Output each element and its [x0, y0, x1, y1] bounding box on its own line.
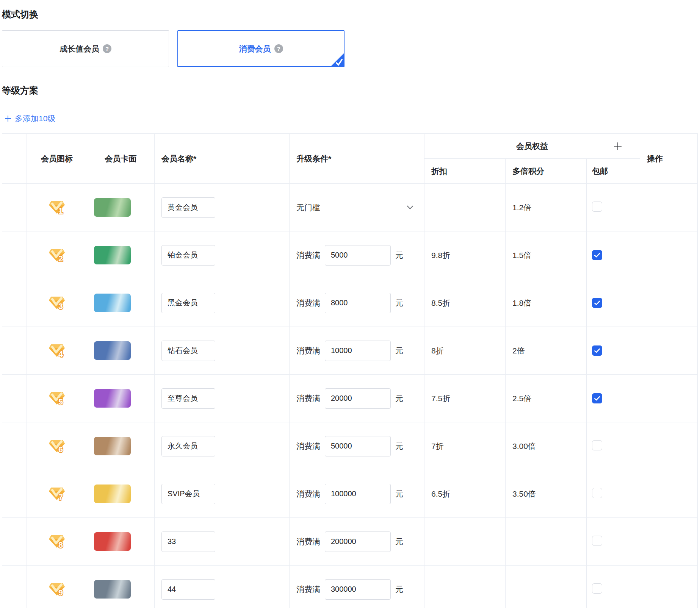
member-name-input[interactable]: [161, 531, 215, 552]
row-empty-cell: [2, 566, 27, 608]
free-shipping-checkbox[interactable]: [592, 345, 602, 356]
member-name-input[interactable]: [161, 197, 215, 218]
actions-cell: [640, 566, 698, 608]
level-gem-icon: 8: [48, 534, 66, 549]
condition-amount-input[interactable]: [325, 293, 391, 313]
member-icon-cell: 2: [27, 231, 87, 279]
member-icon-cell: 6: [27, 422, 87, 470]
free-shipping-checkbox[interactable]: [592, 488, 602, 498]
member-name-input[interactable]: [161, 245, 215, 266]
level-icon-number: 3: [58, 302, 63, 311]
add-ten-levels-label: 多添加10级: [15, 113, 55, 124]
member-icon-cell: 8: [27, 518, 87, 566]
free-shipping-checkbox[interactable]: [592, 250, 602, 260]
member-card-face: [94, 198, 131, 217]
header-discount: 折扣: [424, 159, 506, 184]
free-shipping-checkbox[interactable]: [592, 440, 602, 450]
shipping-cell: [587, 566, 640, 608]
upgrade-condition-cell: 无门槛: [290, 184, 424, 231]
free-shipping-checkbox[interactable]: [592, 202, 602, 212]
shipping-cell: [587, 518, 640, 566]
level-icon-number: 4: [58, 349, 63, 358]
shipping-cell: [587, 184, 640, 231]
upgrade-condition-cell: 消费满 元: [290, 422, 424, 470]
tab-consume-member[interactable]: 消费会员 ?: [177, 30, 345, 67]
condition-dropdown-label: 无门槛: [296, 202, 320, 213]
free-shipping-checkbox[interactable]: [592, 393, 602, 403]
card-face-cell: [87, 375, 155, 422]
level-icon-number: 6: [58, 445, 63, 454]
add-ten-levels-link[interactable]: 多添加10级: [5, 113, 55, 124]
selected-corner-check-icon: [330, 53, 344, 67]
member-name-cell: [155, 327, 290, 375]
member-name-input[interactable]: [161, 293, 215, 313]
member-name-cell: [155, 470, 290, 518]
discount-value: 6.5折: [431, 489, 450, 498]
condition-amount-input[interactable]: [325, 531, 391, 552]
points-cell: 3.50倍: [506, 470, 587, 518]
level-icon-number: 8: [58, 540, 63, 549]
member-name-input[interactable]: [161, 579, 215, 600]
level-section-title: 等级方案: [2, 84, 700, 97]
member-name-input[interactable]: [161, 341, 215, 361]
card-face-cell: [87, 327, 155, 375]
card-face-cell: [87, 279, 155, 327]
condition-amount-input[interactable]: [325, 484, 391, 504]
points-cell: 1.5倍: [506, 231, 587, 279]
member-name-input[interactable]: [161, 388, 215, 409]
help-icon[interactable]: ?: [103, 44, 111, 53]
condition-amount-input[interactable]: [325, 436, 391, 456]
member-card-face: [94, 532, 131, 551]
condition-suffix-label: 元: [395, 250, 403, 261]
add-benefit-plus-icon[interactable]: [613, 142, 622, 151]
points-cell: 2倍: [506, 327, 587, 375]
header-actions: 操作: [640, 134, 698, 184]
points-cell: [506, 518, 587, 566]
actions-cell: [640, 518, 698, 566]
free-shipping-checkbox[interactable]: [592, 583, 602, 594]
member-name-cell: [155, 375, 290, 422]
member-icon-cell: 9: [27, 566, 87, 608]
discount-cell: 7.5折: [424, 375, 506, 422]
discount-cell: 8.5折: [424, 279, 506, 327]
card-face-cell: [87, 566, 155, 608]
level-row: 3 消费满 元 8.5折 1.8倍: [2, 279, 698, 327]
condition-amount-input[interactable]: [325, 579, 391, 600]
condition-amount-input[interactable]: [325, 341, 391, 361]
free-shipping-checkbox[interactable]: [592, 536, 602, 546]
member-icon-cell: 7: [27, 470, 87, 518]
level-gem-icon: 9: [48, 582, 66, 597]
level-row: 5 消费满 元 7.5折 2.5倍: [2, 375, 698, 422]
free-shipping-checkbox[interactable]: [592, 298, 602, 308]
condition-spend: 消费满 元: [296, 531, 424, 552]
discount-cell: [424, 566, 506, 608]
upgrade-condition-cell: 消费满 元: [290, 279, 424, 327]
points-value: 1.8倍: [512, 299, 531, 307]
tab-growth-member[interactable]: 成长值会员 ?: [2, 30, 169, 67]
actions-cell: [640, 470, 698, 518]
card-face-cell: [87, 231, 155, 279]
upgrade-condition-cell: 消费满 元: [290, 231, 424, 279]
tab-growth-label: 成长值会员: [60, 44, 99, 54]
actions-cell: [640, 184, 698, 231]
condition-amount-input[interactable]: [325, 245, 391, 266]
row-empty-cell: [2, 279, 27, 327]
member-card-face: [94, 485, 131, 503]
shipping-cell: [587, 279, 640, 327]
header-benefits-group: 会员权益: [424, 134, 640, 159]
points-value: 2.5倍: [512, 394, 531, 403]
level-gem-icon: 5: [48, 391, 66, 406]
help-icon[interactable]: ?: [274, 44, 283, 53]
member-name-input[interactable]: [161, 484, 215, 504]
condition-suffix-label: 元: [395, 345, 403, 356]
member-icon-cell: 3: [27, 279, 87, 327]
condition-prefix-label: 消费满: [296, 489, 320, 499]
chevron-down-icon: [407, 205, 413, 209]
condition-dropdown[interactable]: 无门槛: [296, 202, 424, 213]
member-icon-cell: 1: [27, 184, 87, 231]
upgrade-condition-cell: 消费满 元: [290, 566, 424, 608]
plus-icon: [5, 115, 11, 122]
condition-amount-input[interactable]: [325, 388, 391, 409]
discount-cell: 6.5折: [424, 470, 506, 518]
member-name-input[interactable]: [161, 436, 215, 456]
